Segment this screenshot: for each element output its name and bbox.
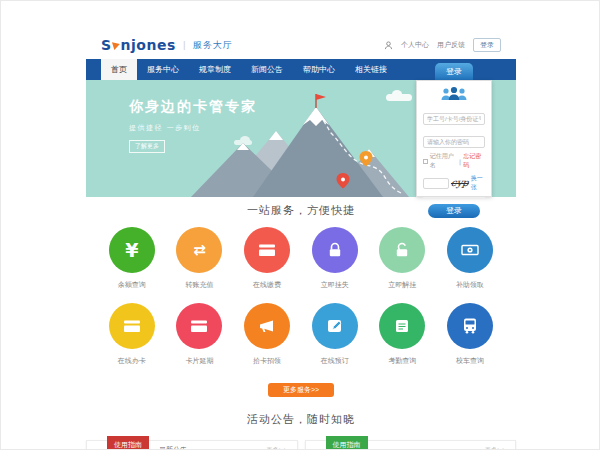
forgot-password-link[interactable]: 忘记密码 xyxy=(463,152,485,170)
service-label: 余额查询 xyxy=(98,280,166,290)
yen-glyph: ¥ xyxy=(125,241,138,260)
hero-cta-button[interactable]: 了解更多 xyxy=(129,140,165,153)
captcha-refresh-link[interactable]: 换一张 xyxy=(471,174,485,192)
service-label: 拾卡招领 xyxy=(233,356,301,366)
divider xyxy=(423,197,485,198)
service-item-school-bus[interactable]: 校车查询 xyxy=(436,303,504,366)
more-link[interactable]: 更多>> xyxy=(266,446,288,450)
browser-page: Snjones | 服务大厅 个人中心 用户反馈 登录 首页 服务中心 规章制度… xyxy=(0,0,600,450)
login-submit-button[interactable]: 登录 xyxy=(428,204,480,218)
announcements-right-panel: 使用指南 更多>> xyxy=(305,440,517,450)
service-label: 考勤查询 xyxy=(369,356,437,366)
service-label: 校车查询 xyxy=(436,356,504,366)
card-icon[interactable] xyxy=(109,303,155,349)
user-feedback-link[interactable]: 用户反馈 xyxy=(437,40,465,50)
header-login-button[interactable]: 登录 xyxy=(473,38,501,52)
captcha-input[interactable] xyxy=(423,178,449,189)
service-item-pay[interactable]: 在线缴费 xyxy=(233,227,301,290)
latest-news-tab[interactable]: 最新公告 xyxy=(159,445,187,450)
logo-suffix: 服务大厅 xyxy=(193,39,233,52)
service-item-online-booking[interactable]: 在线预订 xyxy=(301,303,369,366)
remember-checkbox[interactable] xyxy=(423,159,428,164)
site-header: Snjones | 服务大厅 个人中心 用户反馈 登录 xyxy=(86,31,516,59)
nav-item-news[interactable]: 新闻公告 xyxy=(241,59,293,80)
nav-item-home[interactable]: 首页 xyxy=(101,59,137,80)
personal-center-link[interactable]: 个人中心 xyxy=(401,40,429,50)
nav-item-service-center[interactable]: 服务中心 xyxy=(137,59,189,80)
logo-text: S xyxy=(101,37,112,53)
remember-label: 记住用户名 xyxy=(430,152,457,170)
service-item-balance[interactable]: ¥ 余额查询 xyxy=(98,227,166,290)
captcha-image: cyp xyxy=(450,178,469,188)
site-logo[interactable]: Snjones | 服务大厅 xyxy=(101,37,233,53)
service-label: 补助领取 xyxy=(436,280,504,290)
logo-arrow-icon xyxy=(112,40,121,50)
banknote-icon[interactable] xyxy=(447,227,493,273)
more-services-button[interactable]: 更多服务>> xyxy=(268,383,334,397)
card-icon[interactable] xyxy=(244,227,290,273)
service-item-unfreeze[interactable]: 立即解挂 xyxy=(369,227,437,290)
username-input[interactable] xyxy=(423,113,485,125)
services-grid: ¥ 余额查询 ⇄ 转账充值 在线缴费 立即挂失 xyxy=(86,227,516,366)
edit-icon[interactable] xyxy=(312,303,358,349)
users-icon xyxy=(439,86,469,102)
service-label: 在线缴费 xyxy=(233,280,301,290)
logo-divider: | xyxy=(183,40,186,50)
service-label: 在线办卡 xyxy=(98,356,166,366)
nav-item-links[interactable]: 相关链接 xyxy=(345,59,397,80)
service-item-apply-card[interactable]: 在线办卡 xyxy=(98,303,166,366)
options-divider: | xyxy=(459,158,461,165)
hero-subtitle: 提供捷径 一步到位 xyxy=(129,123,257,133)
service-item-attendance[interactable]: 考勤查询 xyxy=(369,303,437,366)
person-icon xyxy=(384,41,393,50)
service-label: 卡片延期 xyxy=(166,356,234,366)
unlock-icon[interactable] xyxy=(379,227,425,273)
service-item-report-loss[interactable]: 立即挂失 xyxy=(301,227,369,290)
logo-text-rest: njones xyxy=(121,37,176,53)
login-panel: 登录 记住用户名 | 忘记密码 cyp 换一张 xyxy=(416,63,492,197)
more-link[interactable]: 更多>> xyxy=(485,446,507,450)
service-item-subsidy[interactable]: 补助领取 xyxy=(436,227,504,290)
service-label: 转账充值 xyxy=(166,280,234,290)
login-tab[interactable]: 登录 xyxy=(435,63,473,80)
service-item-card-renewal[interactable]: 卡片延期 xyxy=(166,303,234,366)
lock-icon[interactable] xyxy=(312,227,358,273)
usage-guide-ribbon[interactable]: 使用指南 xyxy=(107,436,149,450)
megaphone-icon[interactable] xyxy=(244,303,290,349)
announcements-left-panel: 使用指南 最新公告 更多>> xyxy=(86,440,298,450)
nav-item-help[interactable]: 帮助中心 xyxy=(293,59,345,80)
hero-title: 你身边的卡管专家 xyxy=(129,98,257,116)
yen-icon[interactable]: ¥ xyxy=(109,227,155,273)
transfer-glyph: ⇄ xyxy=(193,243,206,258)
service-label: 立即挂失 xyxy=(301,280,369,290)
service-label: 立即解挂 xyxy=(369,280,437,290)
list-icon[interactable] xyxy=(379,303,425,349)
service-item-lost-found[interactable]: 拾卡招领 xyxy=(233,303,301,366)
nav-item-rules[interactable]: 规章制度 xyxy=(189,59,241,80)
usage-guide-ribbon[interactable]: 使用指南 xyxy=(326,436,368,450)
bus-icon[interactable] xyxy=(447,303,493,349)
announcements-section-title: 活动公告，随时知晓 xyxy=(86,412,516,427)
transfer-arrows-icon[interactable]: ⇄ xyxy=(176,227,222,273)
service-label: 在线预订 xyxy=(301,356,369,366)
service-item-transfer[interactable]: ⇄ 转账充值 xyxy=(166,227,234,290)
password-input[interactable] xyxy=(423,136,485,148)
card-icon[interactable] xyxy=(176,303,222,349)
